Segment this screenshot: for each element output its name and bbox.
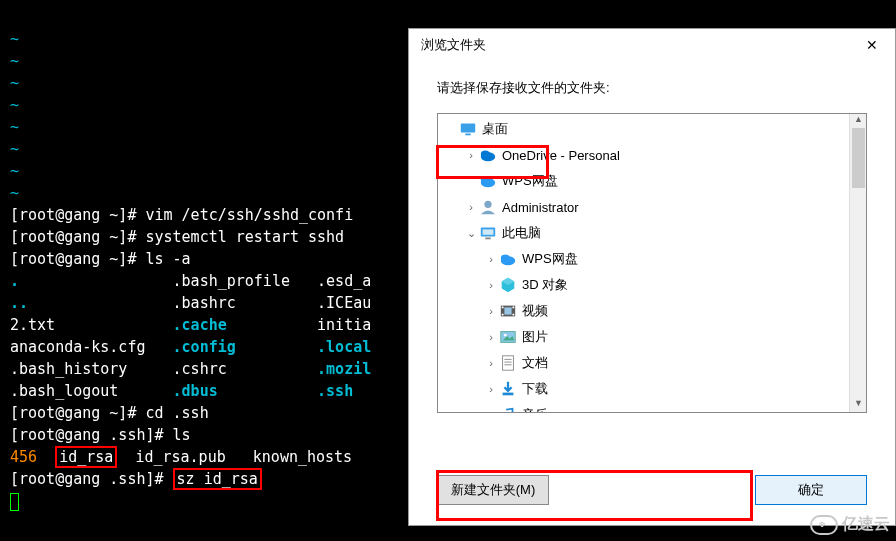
folder-tree[interactable]: 桌面›OneDrive - PersonalWPS网盘›Administrato… xyxy=(437,113,867,413)
ls-bash-history: .bash_history xyxy=(10,360,127,378)
ls-mozil: .mozil xyxy=(317,360,371,378)
expand-arrow-icon[interactable]: › xyxy=(484,409,498,413)
tree-item-3d[interactable]: ›3D 对象 xyxy=(438,272,849,298)
svg-rect-8 xyxy=(483,229,494,234)
prompt-l1: [root@gang ~]# xyxy=(10,206,145,224)
svg-rect-15 xyxy=(513,307,515,309)
svg-rect-14 xyxy=(502,314,504,316)
close-button[interactable]: ✕ xyxy=(849,29,895,61)
prompt-l7: [root@gang ~]# xyxy=(10,404,145,422)
ls-2txt: 2.txt xyxy=(10,316,55,334)
music-icon xyxy=(498,405,518,413)
ls-anaconda: anaconda-ks.cfg xyxy=(10,338,145,356)
expand-arrow-icon[interactable]: › xyxy=(484,253,498,265)
new-folder-button[interactable]: 新建文件夹(M) xyxy=(437,475,549,505)
video-icon xyxy=(498,301,518,321)
svg-point-6 xyxy=(484,201,491,208)
cmd-sz: sz id_rsa xyxy=(173,468,262,490)
doc-icon xyxy=(498,353,518,373)
download-icon xyxy=(498,379,518,399)
tree-label: WPS网盘 xyxy=(522,250,578,268)
ls-bash-logout: .bash_logout xyxy=(10,382,118,400)
svg-point-11 xyxy=(501,255,510,262)
ls-cshrc: .cshrc xyxy=(173,360,227,378)
tree-item-desktop[interactable]: 桌面 xyxy=(438,116,849,142)
ls-config: .config xyxy=(173,338,236,356)
file-id-rsa-pub: id_rsa.pub xyxy=(135,448,225,466)
expand-arrow-icon[interactable]: ⌄ xyxy=(464,227,478,240)
prompt-l8: [root@gang .ssh]# xyxy=(10,426,173,444)
tree-label: 3D 对象 xyxy=(522,276,568,294)
cmd-l2: systemctl restart sshd xyxy=(145,228,344,246)
button-row: 新建文件夹(M) 确定 xyxy=(437,475,867,505)
cursor xyxy=(10,493,19,511)
expand-arrow-icon[interactable]: › xyxy=(484,279,498,291)
tree-label: 文档 xyxy=(522,354,548,372)
watermark-icon: ᯤ xyxy=(810,515,838,535)
tree-label: 图片 xyxy=(522,328,548,346)
instruction-text: 请选择保存接收文件的文件夹: xyxy=(409,61,895,109)
titlebar[interactable]: 浏览文件夹 ✕ xyxy=(409,29,895,61)
tree-label: 桌面 xyxy=(482,120,508,138)
ls-bashrc: .bashrc xyxy=(173,294,236,312)
tree-label: 视频 xyxy=(522,302,548,320)
ls-bash-profile: .bash_profile xyxy=(173,272,290,290)
svg-rect-17 xyxy=(504,307,511,314)
svg-point-19 xyxy=(504,334,507,337)
tree-label: Administrator xyxy=(502,200,579,215)
tree-label: WPS网盘 xyxy=(502,172,558,190)
svg-rect-0 xyxy=(461,124,475,133)
ls-dotdot: .. xyxy=(10,294,28,312)
svg-rect-9 xyxy=(485,238,490,240)
scroll-thumb[interactable] xyxy=(852,128,865,188)
expand-arrow-icon[interactable]: › xyxy=(464,201,478,213)
ls-initia: initia xyxy=(317,316,371,334)
svg-rect-16 xyxy=(513,314,515,316)
browse-folder-dialog: 浏览文件夹 ✕ 请选择保存接收文件的文件夹: 桌面›OneDrive - Per… xyxy=(408,28,896,526)
tree-item-pc[interactable]: ⌄此电脑 xyxy=(438,220,849,246)
watermark-text: 亿速云 xyxy=(842,514,890,535)
ls-num: 456 xyxy=(10,448,37,466)
tree-item-video[interactable]: ›视频 xyxy=(438,298,849,324)
svg-rect-13 xyxy=(502,307,504,309)
watermark: ᯤ 亿速云 xyxy=(810,514,890,535)
onedrive-icon xyxy=(478,145,498,165)
tree-item-picture[interactable]: ›图片 xyxy=(438,324,849,350)
ok-button[interactable]: 确定 xyxy=(755,475,867,505)
expand-arrow-icon[interactable]: › xyxy=(484,305,498,317)
tree-scrollbar[interactable]: ▲ ▼ xyxy=(849,114,866,412)
ls-ice: .ICEau xyxy=(317,294,371,312)
wps-icon xyxy=(478,171,498,191)
pc-icon xyxy=(478,223,498,243)
tree-item-onedrive[interactable]: ›OneDrive - Personal xyxy=(438,142,849,168)
tree-label: 此电脑 xyxy=(502,224,541,242)
ok-label: 确定 xyxy=(798,481,824,499)
expand-arrow-icon[interactable]: › xyxy=(464,149,478,161)
expand-arrow-icon[interactable]: › xyxy=(484,383,498,395)
tree-item-music[interactable]: ›音乐 xyxy=(438,402,849,413)
desktop-icon xyxy=(458,119,478,139)
expand-arrow-icon[interactable]: › xyxy=(484,357,498,369)
tree-item-wps[interactable]: ›WPS网盘 xyxy=(438,246,849,272)
dialog-title: 浏览文件夹 xyxy=(421,36,486,54)
3d-icon xyxy=(498,275,518,295)
ls-esd: .esd_a xyxy=(317,272,371,290)
scroll-down-icon[interactable]: ▼ xyxy=(850,398,867,412)
svg-point-3 xyxy=(481,151,490,158)
svg-rect-20 xyxy=(503,356,514,370)
tree-item-download[interactable]: ›下载 xyxy=(438,376,849,402)
svg-rect-24 xyxy=(503,393,514,396)
prompt-l3: [root@gang ~]# xyxy=(10,250,145,268)
picture-icon xyxy=(498,327,518,347)
ls-dbus: .dbus xyxy=(173,382,218,400)
file-id-rsa: id_rsa xyxy=(55,446,117,468)
cmd-l7: cd .ssh xyxy=(145,404,208,422)
svg-point-5 xyxy=(481,177,490,184)
scroll-up-icon[interactable]: ▲ xyxy=(850,114,867,128)
cmd-l3: ls -a xyxy=(145,250,190,268)
expand-arrow-icon[interactable]: › xyxy=(484,331,498,343)
ls-ssh: .ssh xyxy=(317,382,353,400)
tree-item-user[interactable]: ›Administrator xyxy=(438,194,849,220)
tree-item-doc[interactable]: ›文档 xyxy=(438,350,849,376)
tree-item-wps[interactable]: WPS网盘 xyxy=(438,168,849,194)
